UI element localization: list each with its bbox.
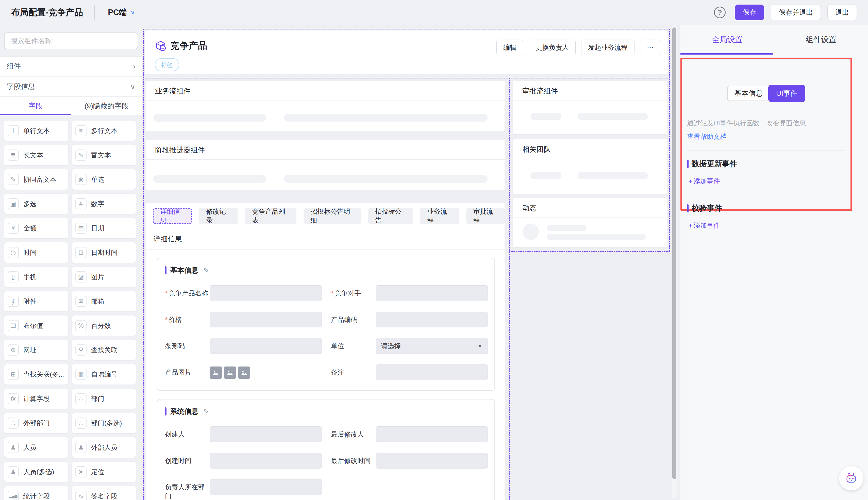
approval-flow-component-card[interactable]: 审批流组件: [513, 81, 667, 134]
field-item-label: 查找关联(多...: [23, 370, 64, 379]
field-item-长文本[interactable]: ≣长文本: [4, 145, 68, 165]
change-owner-button[interactable]: 更换负责人: [529, 39, 575, 55]
activity-feed-card[interactable]: 动态: [513, 198, 667, 247]
field-item-定位[interactable]: ➤定位: [72, 462, 136, 482]
field-input[interactable]: [210, 312, 322, 327]
edit-button[interactable]: 编辑: [496, 39, 523, 55]
record-tab-详细信息[interactable]: 详细信息: [153, 208, 192, 224]
field-input[interactable]: [376, 312, 488, 327]
record-tab-招投标公告明细[interactable]: 招投标公告明细: [304, 208, 361, 224]
field-item-label: 人员: [23, 443, 36, 452]
dashed-outline: [143, 29, 144, 500]
scrollbar-thumb[interactable]: [672, 27, 676, 479]
record-tab-业务流程[interactable]: 业务流程: [420, 208, 459, 224]
field-input[interactable]: [210, 427, 322, 442]
entity-header-card[interactable]: vs 竞争产品 标签 编辑更换负责人发起业务流程⋯: [145, 31, 667, 74]
field-item-部门(多选)[interactable]: ∴部门(多选): [72, 413, 136, 433]
related-team-card[interactable]: 相关团队: [513, 139, 667, 194]
tab-component-settings[interactable]: 组件设置: [774, 25, 868, 55]
field-input[interactable]: [376, 285, 488, 301]
form-field-产品编码: 产品编码: [331, 312, 488, 327]
field-input[interactable]: [210, 453, 322, 468]
field-item-签名字段[interactable]: ∿签名字段: [72, 486, 136, 500]
field-item-多选[interactable]: ▣多选: [4, 194, 68, 214]
field-input[interactable]: [376, 364, 488, 380]
tab-fields[interactable]: 字段: [0, 97, 71, 115]
record-tab-招投标公告[interactable]: 招投标公告: [368, 208, 413, 224]
save-and-exit-button[interactable]: 保存并退出: [771, 4, 821, 20]
sidebar-section-field-info[interactable]: 字段信息 ∨: [0, 77, 142, 96]
field-item-协同富文本[interactable]: ✎协同富文本: [4, 169, 68, 190]
field-input[interactable]: [376, 427, 488, 442]
field-item-统计字段[interactable]: ▂▅▇统计字段: [4, 486, 68, 500]
workflow-component-card[interactable]: 业务流组件: [146, 81, 505, 132]
field-item-label: 日期时间: [91, 248, 117, 257]
tag-pill[interactable]: 标签: [155, 58, 179, 71]
field-item-金额[interactable]: ¥金额: [4, 218, 68, 238]
field-item-邮箱[interactable]: ✉邮箱: [72, 291, 136, 311]
basic-info-card[interactable]: 基本信息 ✎ *竞争产品名称*竞争对手*价格产品编码条形码单位请选择▼产品图片备…: [157, 258, 495, 391]
field-item-图片[interactable]: ▨图片: [72, 267, 136, 287]
stage-advancer-title: 阶段推进器组件: [146, 139, 505, 159]
assistant-robot-button[interactable]: [839, 466, 864, 490]
help-icon[interactable]: ?: [714, 7, 726, 18]
edit-pencil-icon[interactable]: ✎: [204, 266, 209, 274]
device-selector[interactable]: PC端 ∨: [108, 7, 135, 18]
field-item-人员[interactable]: ♟人员: [4, 437, 68, 458]
image-upload-previews[interactable]: [210, 364, 250, 379]
chevron-down-icon: ∨: [130, 82, 136, 91]
field-input[interactable]: [210, 338, 322, 354]
toggle-ui-event[interactable]: UI事件: [768, 85, 805, 102]
field-input[interactable]: [210, 479, 322, 495]
field-item-日期[interactable]: ▤日期: [72, 218, 136, 238]
exit-button[interactable]: 退出: [827, 4, 857, 20]
field-item-查找关联[interactable]: ⚲查找关联: [72, 340, 136, 360]
field-item-百分数[interactable]: %百分数: [72, 316, 136, 336]
field-item-网址[interactable]: ⊕网址: [4, 340, 68, 360]
record-tab-竞争产品列表[interactable]: 竞争产品列表: [245, 208, 296, 224]
entity-header-left: vs 竞争产品 标签: [155, 39, 207, 74]
field-input[interactable]: [376, 453, 488, 468]
field-item-计算字段[interactable]: fx计算字段: [4, 389, 68, 409]
field-item-日期时间[interactable]: ⊡日期时间: [72, 242, 136, 263]
placeholder-bar: [547, 225, 586, 231]
help-doc-link[interactable]: 查看帮助文档: [687, 132, 727, 141]
field-select[interactable]: 请选择▼: [376, 338, 488, 354]
field-item-外部人员[interactable]: ♟外部人员: [72, 437, 136, 458]
stage-advancer-component-card[interactable]: 阶段推进器组件: [146, 139, 505, 190]
field-item-手机[interactable]: ▯手机: [4, 267, 68, 287]
field-item-附件[interactable]: ∮附件: [4, 291, 68, 311]
edit-pencil-icon[interactable]: ✎: [204, 408, 209, 416]
field-item-多行文本[interactable]: ≡多行文本: [72, 121, 136, 141]
field-item-时间[interactable]: ◷时间: [4, 242, 68, 263]
field-item-富文本[interactable]: ✎富文本: [72, 145, 136, 165]
tab-global-settings[interactable]: 全局设置: [681, 25, 774, 55]
layout-config-page: 布局配置-竞争产品 PC端 ∨ ? 保存 保存并退出 退出 组件 › 字段信息 …: [0, 0, 868, 500]
sidebar-section-components[interactable]: 组件 ›: [0, 56, 142, 76]
canvas-scrollbar[interactable]: [672, 25, 677, 498]
record-tab-修改记录[interactable]: 修改记录: [199, 208, 238, 224]
field-input[interactable]: [210, 285, 322, 301]
start-workflow-button[interactable]: 发起业务流程: [581, 39, 635, 55]
placeholder-bar: [578, 113, 648, 120]
add-event-link[interactable]: ＋添加事件: [687, 177, 720, 185]
field-item-外部部门[interactable]: ∴外部部门: [4, 413, 68, 433]
field-item-查找关联(多...[interactable]: ⊞查找关联(多...: [4, 364, 68, 385]
field-item-自增编号[interactable]: ▥自增编号: [72, 364, 136, 385]
field-item-单选[interactable]: ◉单选: [72, 169, 136, 190]
field-item-人员(多选)[interactable]: ♟人员(多选): [4, 462, 68, 482]
tab-hidden-fields[interactable]: (9)隐藏的字段: [71, 97, 142, 115]
record-tab-审批流程[interactable]: 审批流程: [466, 208, 505, 224]
add-event-link[interactable]: ＋添加事件: [687, 221, 720, 230]
field-item-数字[interactable]: #数字: [72, 194, 136, 214]
toggle-basic-info[interactable]: 基本信息: [727, 86, 770, 101]
field-item-单行文本[interactable]: I单行文本: [4, 121, 68, 141]
search-input[interactable]: [4, 33, 138, 49]
system-info-card[interactable]: 系统信息 ✎ 创建人最后修改人创建时间最后修改时间负责人所在部门: [157, 399, 495, 500]
field-item-部门[interactable]: ∴部门: [72, 389, 136, 409]
more-button[interactable]: ⋯: [640, 39, 660, 55]
field-item-布尔值[interactable]: ❏布尔值: [4, 316, 68, 336]
field-type-icon: ⊡: [76, 247, 87, 258]
save-button[interactable]: 保存: [735, 4, 764, 20]
component-sidebar: 组件 › 字段信息 ∨ 字段 (9)隐藏的字段 I单行文本≡多行文本≣长文本✎富…: [0, 25, 142, 500]
